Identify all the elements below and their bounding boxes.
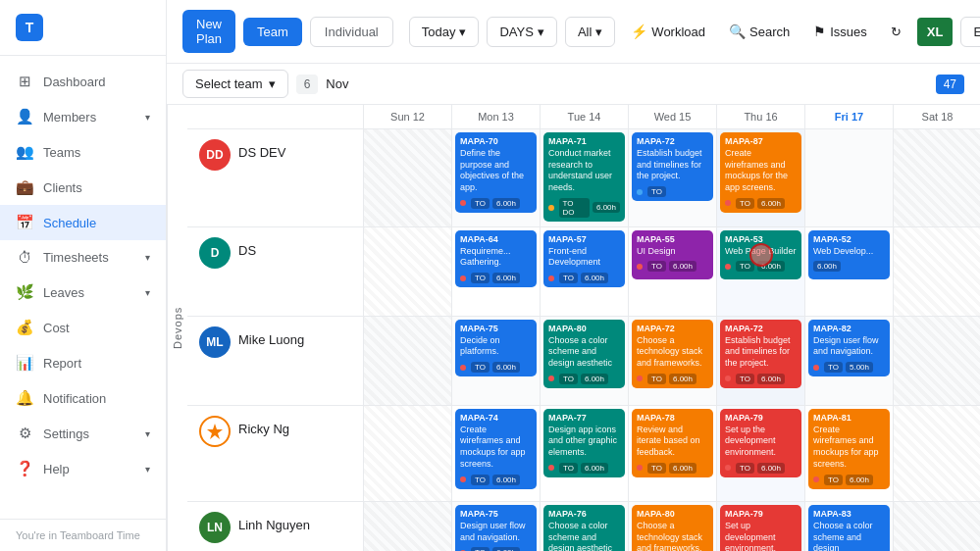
grid-cell: MAPA-80 Choose a technology stack and fr… xyxy=(629,502,717,551)
task-id: MAPA-72 xyxy=(637,136,708,146)
select-team-button[interactable]: Select team ▾ xyxy=(182,70,288,98)
member-name: Ricky Ng xyxy=(238,416,289,436)
task-title: Design user flow and navigation. xyxy=(813,335,885,358)
team-button[interactable]: Team xyxy=(243,18,302,46)
sidebar-item-notification[interactable]: 🔔 Notification xyxy=(0,380,166,416)
task-card[interactable]: MAPA-72 Establish budget and timelines f… xyxy=(632,132,713,201)
sidebar-item-members[interactable]: 👤 Members ▾ xyxy=(0,99,166,134)
task-card[interactable]: MAPA-71 Conduct market research to under… xyxy=(543,132,625,222)
export-button[interactable]: Export xyxy=(960,17,980,47)
task-card[interactable]: MAPA-87 Create wireframes and mockups fo… xyxy=(720,132,801,213)
chevron-down-icon: ▾ xyxy=(145,428,150,439)
sidebar-item-clients[interactable]: 💼 Clients xyxy=(0,170,166,205)
task-card[interactable]: MAPA-53 Web Page Builder TO 6.00h xyxy=(720,230,801,279)
cost-icon: 💰 xyxy=(16,319,33,336)
individual-button[interactable]: Individual xyxy=(310,17,393,47)
task-card[interactable]: MAPA-57 Front-end Development TO 6.00h xyxy=(543,230,625,287)
devops-group-label: Devops xyxy=(167,105,187,551)
task-id: MAPA-75 xyxy=(460,324,532,333)
task-time: 6.00h xyxy=(581,374,608,384)
avatar: ML xyxy=(199,326,231,358)
sidebar-item-help[interactable]: ❓ Help ▾ xyxy=(0,451,166,486)
workload-button[interactable]: ⚡ Workload xyxy=(623,17,713,46)
task-title: Create wireframes and mockups for app sc… xyxy=(460,425,532,471)
table-row: ML Mike Luong MAPA-75 Decide on platform… xyxy=(187,317,980,406)
member-name: DS DEV xyxy=(238,139,285,160)
grid-cell: MAPA-57 Front-end Development TO 6.00h xyxy=(541,227,629,316)
task-card[interactable]: MAPA-75 Design user flow and navigation.… xyxy=(455,505,537,551)
task-card[interactable]: MAPA-79 Set up the development environme… xyxy=(720,409,801,477)
footer-text: You're in Teamboard Time xyxy=(16,529,140,541)
new-plan-button[interactable]: New Plan xyxy=(182,10,235,53)
status-indicator xyxy=(725,264,731,270)
task-card[interactable]: MAPA-83 Choose a color scheme and design… xyxy=(808,505,890,551)
refresh-icon: ↻ xyxy=(891,25,902,39)
task-id: MAPA-81 xyxy=(813,413,885,423)
issues-button[interactable]: ⚑ Issues xyxy=(805,17,875,46)
sidebar-item-timesheets[interactable]: ⏱ Timesheets ▾ xyxy=(0,240,166,275)
task-tag: TO xyxy=(647,186,666,197)
task-card[interactable]: MAPA-74 Create wireframes and mockups fo… xyxy=(455,409,537,489)
sidebar-item-cost[interactable]: 💰 Cost xyxy=(0,310,166,345)
task-card[interactable]: MAPA-77 Design app icons and other graph… xyxy=(543,409,625,477)
task-id: MAPA-87 xyxy=(725,136,797,146)
sidebar-footer: You're in Teamboard Time xyxy=(0,519,166,551)
sidebar-item-report[interactable]: 📊 Report xyxy=(0,345,166,380)
task-id: MAPA-64 xyxy=(460,234,532,244)
task-id: MAPA-77 xyxy=(548,413,620,423)
sidebar-item-teams[interactable]: 👥 Teams xyxy=(0,134,166,170)
task-card[interactable]: MAPA-72 Establish budget and timelines f… xyxy=(720,320,801,388)
grid-cell xyxy=(894,129,980,226)
sidebar-item-settings[interactable]: ⚙ Settings ▾ xyxy=(0,416,166,451)
task-id: MAPA-75 xyxy=(460,509,532,519)
task-card[interactable]: MAPA-72 Choose a technology stack and fr… xyxy=(632,320,713,388)
excel-button[interactable]: XL xyxy=(917,18,954,46)
task-tag: TO xyxy=(647,374,666,384)
task-id: MAPA-72 xyxy=(637,324,708,333)
task-card[interactable]: MAPA-82 Design user flow and navigation.… xyxy=(808,320,890,376)
avatar: LN xyxy=(199,512,231,543)
grid-cell xyxy=(894,502,980,551)
task-title: Create wireframes and mockups for the ap… xyxy=(725,148,797,194)
sidebar-label-timesheets: Timesheets xyxy=(43,250,109,265)
task-card[interactable]: MAPA-75 Decide on platforms. TO 6.00h xyxy=(455,320,537,376)
task-title: Design app icons and other graphic eleme… xyxy=(548,425,620,459)
member-col-header xyxy=(187,105,364,128)
main-content: New Plan Team Individual Today ▾ DAYS ▾ … xyxy=(167,0,980,551)
task-tag: TO xyxy=(647,463,666,474)
calendar-area: Devops Sun 12 Mon 13 Tue 14 Wed 15 Thu 1… xyxy=(167,105,980,551)
sidebar-label-report: Report xyxy=(43,356,81,371)
task-card[interactable]: MAPA-78 Review and iterate based on feed… xyxy=(632,409,713,477)
task-tag: TO xyxy=(824,362,843,373)
today-button[interactable]: Today ▾ xyxy=(409,17,480,47)
col-header-sun12: Sun 12 xyxy=(364,105,452,128)
grid-cell xyxy=(364,406,452,501)
task-time: 6.00h xyxy=(757,261,785,272)
task-id: MAPA-80 xyxy=(548,324,620,333)
task-card[interactable]: MAPA-79 Set up development environment. … xyxy=(720,505,801,551)
all-filter-button[interactable]: All ▾ xyxy=(565,17,615,47)
task-card[interactable]: MAPA-80 Choose a technology stack and fr… xyxy=(632,505,713,551)
days-button[interactable]: DAYS ▾ xyxy=(487,17,556,47)
task-tag: TO xyxy=(736,463,754,474)
grid-cell: MAPA-76 Choose a color scheme and design… xyxy=(541,502,629,551)
member-cell-linhnguyen: LN Linh Nguyen xyxy=(187,502,364,551)
sidebar-item-schedule[interactable]: 📅 Schedule xyxy=(0,205,166,240)
sidebar-item-dashboard[interactable]: ⊞ Dashboard xyxy=(0,64,166,99)
task-time: 6.00h xyxy=(846,475,873,485)
sidebar-item-leaves[interactable]: 🌿 Leaves ▾ xyxy=(0,275,166,310)
refresh-button[interactable]: ↻ xyxy=(883,18,909,46)
search-button[interactable]: 🔍 Search xyxy=(721,17,798,46)
avatar: D xyxy=(199,237,231,269)
task-card[interactable]: MAPA-70 Define the purpose and objective… xyxy=(455,132,537,213)
task-card[interactable]: MAPA-64 Requireme... Gathering. TO 6.00h xyxy=(455,230,537,287)
task-card[interactable]: MAPA-55 UI Design TO 6.00h xyxy=(632,230,713,279)
task-card[interactable]: MAPA-76 Choose a color scheme and design… xyxy=(543,505,625,551)
task-id: MAPA-80 xyxy=(637,509,708,519)
task-card[interactable]: MAPA-80 Choose a color scheme and design… xyxy=(543,320,625,388)
sidebar: T ⊞ Dashboard 👤 Members ▾ 👥 Teams 💼 Clie… xyxy=(0,0,167,551)
task-card[interactable]: MAPA-52 Web Develop... 6.00h xyxy=(808,230,890,279)
task-card[interactable]: MAPA-81 Create wireframes and mockups fo… xyxy=(808,409,890,489)
status-indicator xyxy=(548,205,554,211)
grid-cell: MAPA-75 Decide on platforms. TO 6.00h xyxy=(452,317,541,405)
